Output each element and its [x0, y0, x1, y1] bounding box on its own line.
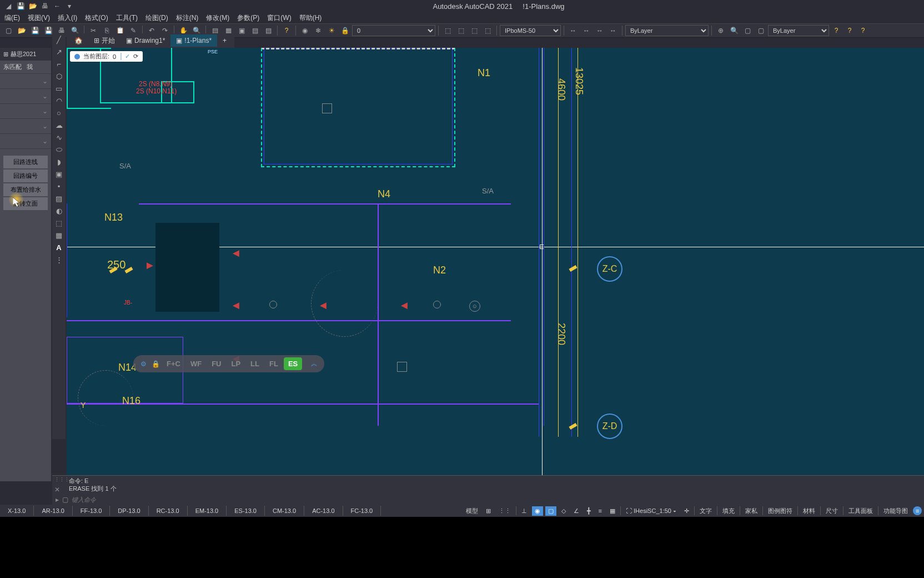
revcloud-icon[interactable]: ☁	[53, 120, 64, 130]
home-tab[interactable]: 🏠	[69, 34, 88, 47]
lineweight-select[interactable]: IPboMS-50	[500, 25, 561, 36]
layer-icon[interactable]: ◉	[299, 24, 311, 37]
rect-icon[interactable]: ▭	[53, 83, 64, 93]
freeze-icon[interactable]: ❄	[312, 24, 324, 37]
chevron-right-icon[interactable]: ▸	[56, 496, 59, 504]
menu-edit[interactable]: 编(E)	[4, 13, 20, 23]
annotation-scale[interactable]: ⛶ IHesiSC_1:50 ▾	[623, 506, 679, 515]
layout-tab[interactable]: AR-13.0	[34, 506, 72, 516]
block-icon[interactable]: ▣	[53, 169, 64, 179]
3dosnap-icon[interactable]: ◇	[559, 506, 569, 516]
filter-wf[interactable]: WF	[186, 357, 206, 370]
status-toolpanel[interactable]: 工具面板	[846, 506, 876, 516]
undo-icon[interactable]: ←	[52, 1, 62, 11]
dim-icon[interactable]: ↔	[567, 24, 579, 37]
layer-select[interactable]: 0	[352, 25, 435, 36]
new-icon[interactable]: ▢	[2, 24, 14, 37]
plumbing-button[interactable]: 布置给排水	[3, 183, 48, 196]
menu-window[interactable]: 窗口(W)	[267, 13, 291, 23]
open-icon[interactable]: 📂	[28, 1, 38, 11]
ellipse-arc-icon[interactable]: ◗	[53, 157, 64, 167]
cmd-icon[interactable]: ▢	[62, 496, 68, 504]
bylayer-select[interactable]: ByLayer	[625, 25, 709, 36]
print-icon[interactable]: 🖶	[40, 1, 50, 11]
help-icon[interactable]: ?	[280, 24, 293, 37]
filter-ll[interactable]: LL	[246, 357, 264, 370]
status-nav[interactable]: 功能导图	[881, 506, 911, 516]
palette-section[interactable]: ⌄	[0, 134, 51, 149]
status-fill[interactable]: 填充	[720, 506, 737, 516]
transparency-icon[interactable]: ▦	[607, 506, 618, 516]
layout-tab[interactable]: EM-13.0	[188, 506, 227, 516]
palette-header[interactable]: ⊞ 赫思2021	[0, 48, 51, 61]
menu-insert[interactable]: 插入(I)	[58, 13, 77, 23]
layout-tab[interactable]: CM-13.0	[265, 506, 304, 516]
region-icon[interactable]: ⬚	[53, 218, 64, 228]
chevron-up-icon[interactable]: ︽	[309, 358, 320, 370]
layout-tab[interactable]: FF-13.0	[73, 506, 111, 516]
redo-icon[interactable]: ▾	[64, 1, 74, 11]
info-icon[interactable]: ?	[843, 24, 856, 37]
layout-tab[interactable]: AC-13.0	[304, 506, 343, 516]
layer-iso-icon[interactable]: ⬚	[481, 24, 494, 37]
close-icon[interactable]: ✕	[54, 486, 60, 494]
lock-icon[interactable]: 🔒	[339, 24, 351, 37]
status-material[interactable]: 材料	[800, 506, 818, 516]
palette-section[interactable]: ⌄	[0, 104, 51, 119]
circle-icon[interactable]: ○	[53, 108, 64, 118]
layer-prev-icon[interactable]: ⬚	[455, 24, 467, 37]
zoom-ext-icon[interactable]: ⊕	[715, 24, 727, 37]
palette-section[interactable]: ⌄	[0, 119, 51, 134]
snap-icon[interactable]: ⋮⋮	[496, 506, 514, 516]
more-icon[interactable]: ⋮	[53, 255, 64, 265]
hatch-icon[interactable]: ▨	[53, 193, 64, 203]
table-icon[interactable]: ▦	[53, 230, 64, 240]
palette-row[interactable]: 东匹配 我	[0, 61, 51, 74]
palette-section[interactable]: ⌄	[0, 74, 51, 89]
ortho-icon[interactable]: ⊥	[519, 506, 530, 516]
menu-parametric[interactable]: 参数(P)	[237, 13, 259, 23]
lock-icon[interactable]: 🔒	[150, 358, 161, 370]
ray-icon[interactable]: ↗	[53, 47, 64, 57]
text-icon[interactable]: A	[53, 242, 64, 252]
dim3-icon[interactable]: ↔	[594, 24, 606, 37]
plans-tab[interactable]: ▣ !1-Plans*	[170, 34, 217, 47]
menu-format[interactable]: 格式(O)	[85, 13, 108, 23]
app-icon[interactable]: ◢	[3, 1, 13, 11]
model-button[interactable]: 模型	[463, 506, 481, 516]
customize-icon[interactable]: ≡	[913, 506, 922, 515]
gear-icon[interactable]: ⚙	[138, 358, 149, 370]
annoscale-icon[interactable]: ✛	[681, 506, 692, 516]
dyn-icon[interactable]: ╋	[584, 506, 594, 516]
menu-modify[interactable]: 修改(M)	[206, 13, 229, 23]
status-dimension[interactable]: 尺寸	[823, 506, 841, 516]
filter-fl[interactable]: FL	[265, 357, 283, 370]
sun-icon[interactable]: ☀	[325, 24, 338, 37]
otrack-icon[interactable]: ∠	[571, 506, 582, 516]
drawing1-tab[interactable]: ▣ Drawing1*	[120, 34, 170, 47]
drawing-canvas[interactable]: 当前图层: 0 │ ✓ ⟳ PSE N1 N4 N2 N13 N14 N16 2…	[67, 48, 924, 475]
filter-fc[interactable]: F+C	[162, 357, 185, 370]
filter-fu[interactable]: FU	[207, 357, 225, 370]
line-icon[interactable]: ╱	[53, 34, 64, 44]
layout-tab[interactable]: FC-13.0	[343, 506, 381, 516]
status-furniture[interactable]: 家私	[742, 506, 760, 516]
save-icon[interactable]: 💾	[29, 24, 41, 37]
layer-indicator[interactable]: 当前图层: 0 │ ✓ ⟳	[70, 51, 143, 62]
polar-icon[interactable]: ◉	[532, 506, 543, 516]
command-input[interactable]	[72, 496, 921, 503]
cloud-icon[interactable]: ?	[857, 24, 869, 37]
filter-es[interactable]: ES	[284, 357, 302, 370]
menu-tools[interactable]: 工具(T)	[116, 13, 138, 23]
spline-icon[interactable]: ∿	[53, 132, 64, 142]
zoom-obj-icon[interactable]: ▢	[755, 24, 767, 37]
sheet-icon[interactable]: ▤	[249, 24, 261, 37]
circuit-link-button[interactable]: 回路连线	[3, 156, 48, 168]
osnap-icon[interactable]: ▢	[545, 506, 556, 516]
menu-help[interactable]: 帮助(H)	[299, 13, 322, 23]
gradient-icon[interactable]: ◐	[53, 206, 64, 216]
zoom-all-icon[interactable]: ▢	[741, 24, 754, 37]
rotate-elevation-button[interactable]: 旋转立面	[3, 197, 48, 210]
layer-states-icon[interactable]: ⬚	[468, 24, 480, 37]
layer-mgr-icon[interactable]: ⬚	[441, 24, 454, 37]
